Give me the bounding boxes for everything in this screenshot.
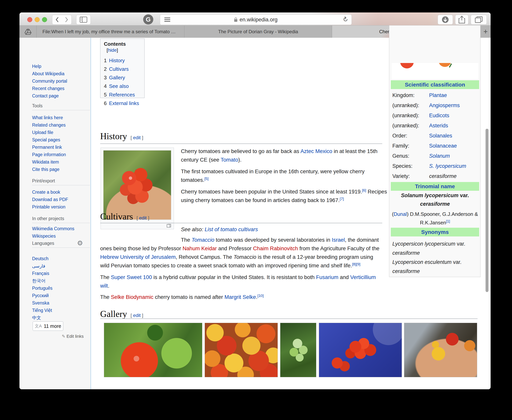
history-paragraph-2: The first tomatoes cultivated in Europe … [181,167,390,184]
sidebar-link[interactable]: Upload file [32,129,91,136]
grammarly-extension-button[interactable]: G [143,14,153,24]
sidebar-link[interactable]: Recent changes [32,85,91,92]
more-languages-button[interactable]: 文A 11 more [33,322,63,331]
address-bar[interactable]: en.wikipedia.org ↻ [160,14,352,25]
sidebar-link[interactable]: Page information [32,151,91,158]
forward-button[interactable] [62,15,72,24]
close-window-button[interactable] [27,17,32,22]
sidebar-link[interactable]: Cite this page [32,166,91,173]
scientific-classification-header: Scientific classification [391,80,479,89]
taxonomy-row: Variety: cerasiforme [392,173,478,179]
sidebar-print-links: Create a bookDownload as PDFPrintable ve… [32,188,91,210]
edit-section-link[interactable]: [ edit ] [130,135,143,140]
sidebar-tools-links: What links hereRelated changesUpload fil… [32,114,91,173]
sidebar-link[interactable]: Contact page [32,92,91,99]
sidebar-link[interactable]: Download as PDF [32,196,91,203]
language-link[interactable]: Русский [32,292,91,299]
contents-item[interactable]: 2Cultivars [104,65,141,73]
gallery-image-tomatoes-blue-background[interactable] [319,323,402,377]
contents-item[interactable]: 6External links [104,99,141,107]
edit-interlanguage-links[interactable]: ✎ Edit links [43,334,84,339]
gallery-image-green-tomatoes-vine[interactable] [280,323,316,377]
zoom-window-button[interactable] [42,17,47,22]
content-divider [91,38,91,389]
translate-icon: 文A [35,323,42,329]
sidebar-link[interactable]: Wikidata item [32,158,91,166]
enlarge-icon[interactable] [167,224,171,227]
contents-item[interactable]: 5References [104,90,141,99]
tab-tomato-file[interactable]: File:When I left my job, my office threw… [37,25,184,38]
tab-dorian-gray[interactable]: The Picture of Dorian Gray - Wikipedia [184,25,332,38]
trinomial-name-header: Trinomial name [391,182,479,191]
sidebar-heading-other-projects: In other projects [32,216,90,223]
gallery-image-red-yellow-cherry-tomato-pile[interactable] [205,323,278,377]
language-link[interactable]: Português [32,285,91,292]
title-bar: G en.wikipedia.org ↻ [19,12,491,25]
chevron-right-icon [65,16,69,23]
language-link[interactable]: فارسی [32,262,91,270]
sidebar-heading-print-export: Print/export [32,178,90,185]
language-link[interactable]: Svenska [32,299,91,307]
taxonomy-row: (unranked): Angiosperms [392,103,478,108]
share-button[interactable] [455,15,468,24]
edit-section-link[interactable]: [ edit ] [137,215,149,220]
section-rule [100,143,382,144]
synonym-entry: Lycopersicon esculentum var. cerasiforme [392,258,477,276]
sidebar-link[interactable]: Community portal [32,77,91,85]
gallery-image-hand-yellow-pear-tomato[interactable] [404,323,477,377]
sidebar-project-links: Wikimedia CommonsWikispecies [32,225,91,240]
pencil-icon: ✎ [62,334,65,339]
sidebar-heading-tools: Tools [32,103,90,110]
taxonomy-row: Family: Solanaceae [392,143,478,149]
back-button[interactable] [52,15,62,24]
cultivars-seealso-line: See also: List of tomato cultivars [181,225,382,234]
trinomial-authority: (Dunal) D.M.Spooner, G.J.Anderson & R.K.… [392,210,478,227]
tab-overview-button[interactable] [471,15,487,24]
tab-title: File:When I left my job, my office threw… [42,29,178,34]
taxobox-tomato-image-partial[interactable] [392,63,478,79]
tab-google-drive[interactable] [19,25,37,38]
gallery-image-red-green-tomatoes-vine[interactable] [104,323,202,377]
taxonomy-row: Order: Solanales [392,133,478,139]
contents-hide-toggle[interactable]: [hide] [107,47,118,53]
plus-icon: + [483,27,488,36]
sidebar-link[interactable]: Help [32,63,91,70]
vertical-scrollbar[interactable] [486,129,489,292]
sidebar-link[interactable]: What links here [32,114,91,121]
wikipedia-page: HelpAbout WikipediaCommunity portalRecen… [19,38,491,389]
gear-icon[interactable]: ⚙ [77,239,83,247]
sidebar-link[interactable]: Wikimedia Commons [32,225,91,232]
language-link[interactable]: Tiếng Việt [32,307,91,314]
sidebar-link[interactable]: Printable version [32,203,91,210]
language-link[interactable]: 한국어 [32,277,91,285]
sidebar-toggle-button[interactable] [76,15,91,24]
synonym-entry: Lycopersicon lycopersicum var. cerasifor… [392,239,477,258]
language-link[interactable]: Français [32,270,91,277]
contents-item[interactable]: 4See also [104,82,141,90]
share-icon [459,16,465,23]
minimize-window-button[interactable] [35,17,40,22]
sidebar-link[interactable]: Create a book [32,188,91,196]
language-link[interactable]: Deutsch [32,255,91,262]
sidebar-link[interactable]: Special pages [32,136,91,143]
language-link[interactable]: 中文 [32,314,91,322]
sidebar-link[interactable]: About Wikipedia [32,70,91,77]
sidebar-link[interactable]: Related changes [32,121,91,129]
taxonomy-row: (unranked): Eudicots [392,112,478,119]
history-paragraph-3: Cherry tomatoes have been popular in the… [181,188,390,204]
url-text: en.wikipedia.org [239,17,277,23]
sidebar-link[interactable]: Permanent link [32,143,91,151]
hand-holding-cherry-tomatoes-image[interactable] [103,150,171,220]
sidebar-language-links: DeutschفارسیFrançais한국어PortuguêsРусскийS… [32,255,91,322]
contents-item[interactable]: 3Gallery [104,73,141,82]
taxobox: Scientific classification Kingdom: Plant… [389,25,481,277]
new-tab-button[interactable]: + [481,25,491,38]
safari-window: G en.wikipedia.org ↻ [19,12,491,389]
chevron-left-icon [55,16,59,23]
sidebar-link[interactable]: Wikispecies [32,232,91,240]
lock-icon [234,17,237,22]
contents-item[interactable]: 1History [104,56,141,65]
edit-section-link[interactable]: [ edit ] [130,313,143,318]
taxonomy-row: Kingdom: Plantae [392,92,478,98]
downloads-button[interactable] [438,15,453,24]
